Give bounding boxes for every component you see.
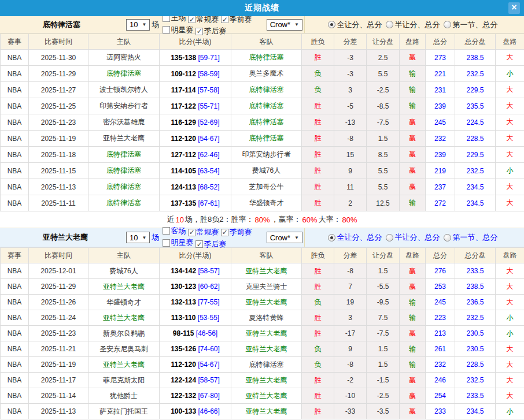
checkbox-icon[interactable]: ✓ [188, 16, 195, 23]
filter-checkbox-item[interactable]: ✓季后赛 [193, 26, 226, 36]
filter-checkbox-item[interactable]: 明星赛 [160, 237, 193, 248]
checkbox-icon[interactable]: ✓ [221, 229, 228, 236]
cell-league: NBA [1, 163, 29, 179]
cell-handicap-result: 赢 [400, 404, 426, 419]
radio-icon[interactable] [328, 234, 335, 241]
cell-total-points: 272 [426, 195, 455, 211]
cell-handicap-result: 输 [400, 98, 426, 114]
table-row: NBA2025-11-14犹他爵士122-132 [67-80]亚特兰大老鹰胜-… [1, 388, 524, 404]
cell-handicap-line: -2.5 [367, 82, 400, 98]
table-row: NBA2025-11-15底特律活塞114-105 [63-54]费城76人胜9… [1, 163, 524, 179]
cell-total-points: 232 [426, 357, 455, 373]
bookmaker-select[interactable]: Crow*▼ [267, 232, 302, 243]
table-row: NBA2025-11-25印第安纳步行者117-122 [55-71]底特律活塞… [1, 98, 524, 114]
cell-result: 胜 [302, 326, 334, 341]
checkbox-icon[interactable] [163, 26, 170, 34]
checkbox-label: 明星赛 [171, 237, 193, 248]
cell-score: 122-132 [67-80] [160, 388, 231, 404]
cell-handicap-result: 赢 [400, 279, 426, 295]
cell-score: 112-120 [54-67] [160, 131, 231, 147]
games-count-select[interactable]: 10▼ [126, 19, 150, 31]
cell-date: 2025-11-11 [29, 195, 88, 211]
cell-home-team: 菲尼克斯太阳 [88, 373, 160, 388]
cell-home-team: 波士顿凯尔特人 [88, 82, 160, 98]
radio-icon[interactable] [444, 21, 451, 28]
bookmaker-select[interactable]: Crow*▼ [267, 19, 302, 31]
cell-score: 112-120 [54-67] [160, 357, 231, 373]
filter-checkbox-item[interactable]: ✓季后赛 [193, 239, 226, 250]
cell-score: 124-113 [68-52] [160, 179, 231, 195]
filter-checkbox-item[interactable]: 明星赛 [160, 25, 193, 35]
cell-league: NBA [1, 373, 29, 388]
cell-total-line: 233.5 [455, 263, 496, 279]
summary-text: 大率： [318, 214, 341, 225]
filter-left: 亚特兰大老鹰 10▼ 场 客场✓常规赛✓季前赛明星赛✓季后赛 Crow*▼ [0, 228, 305, 247]
results-table: 赛事比赛时间主队比分(半场)客队胜负分差让分盘盘路总分总分盘盘路 NBA2025… [0, 247, 524, 419]
cell-result: 负 [302, 295, 334, 310]
checkbox-icon[interactable] [163, 239, 170, 247]
checkbox-icon[interactable]: ✓ [195, 28, 203, 35]
radio-option[interactable]: 半让分、总分 [386, 20, 440, 30]
score-half: [77-55] [196, 298, 220, 306]
radio-icon[interactable] [444, 234, 451, 241]
cell-handicap-result: 赢 [400, 326, 426, 341]
radio-option[interactable]: 全让分、总分 [328, 20, 382, 30]
cell-over-under: 大 [496, 357, 524, 373]
cell-score: 127-112 [62-46] [160, 147, 231, 163]
chevron-down-icon: ▼ [294, 22, 299, 27]
checkbox-label: 季后赛 [204, 26, 226, 36]
cell-league: NBA [1, 114, 29, 131]
radio-option[interactable]: 全让分、总分 [328, 232, 382, 243]
radio-option[interactable]: 半让分、总分 [386, 232, 440, 243]
cell-point-diff: 9 [334, 163, 367, 179]
summary-text: 10 [175, 215, 183, 224]
cell-total-line: 238.5 [455, 279, 496, 295]
cell-over-under: 小 [496, 66, 524, 82]
cell-date: 2025-11-23 [29, 326, 88, 341]
cell-league: NBA [1, 131, 29, 147]
column-header: 比分(半场) [160, 248, 231, 263]
score-half: [58-57] [196, 267, 220, 275]
filter-checkbox-item[interactable]: ✓常规赛 [186, 227, 219, 237]
score-full: 130-123 [171, 283, 196, 291]
filter-checkbox-item[interactable]: 客场 [160, 226, 186, 236]
checkbox-icon[interactable]: ✓ [221, 16, 228, 23]
cell-point-diff: 3 [334, 310, 367, 326]
cell-date: 2025-11-25 [29, 98, 88, 114]
cell-date: 2025-11-29 [29, 66, 88, 82]
checkbox-label: 常规赛 [196, 227, 219, 237]
cell-over-under: 大 [496, 179, 524, 195]
radio-icon[interactable] [386, 234, 393, 241]
column-header: 主队 [88, 248, 160, 263]
table-row: NBA2025-11-30迈阿密热火135-138 [59-71]底特律活塞胜-… [1, 50, 524, 66]
column-header: 比赛时间 [29, 34, 88, 50]
column-header: 盘路 [400, 248, 426, 263]
cell-point-diff: -33 [334, 404, 367, 419]
cell-league: NBA [1, 179, 29, 195]
cell-handicap-result: 输 [400, 295, 426, 310]
column-header: 分差 [334, 248, 367, 263]
close-icon[interactable]: × [508, 2, 520, 14]
radio-option[interactable]: 第一节、总分 [444, 232, 498, 243]
checkbox-icon[interactable] [163, 227, 170, 235]
cell-date: 2025-11-24 [29, 310, 88, 326]
score-half: [74-60] [196, 345, 220, 353]
games-count-select[interactable]: 10▼ [126, 232, 150, 243]
cell-handicap-line: -2.5 [367, 388, 400, 404]
radio-icon[interactable] [386, 21, 393, 28]
cell-away-team: 亚特兰大老鹰 [231, 263, 302, 279]
radio-icon[interactable] [328, 21, 335, 28]
radio-option[interactable]: 第一节、总分 [444, 20, 498, 30]
radio-group: 全让分、总分半让分、总分第一节、总分 [305, 228, 524, 247]
section-pistons: 底特律活塞 10▼ 场 主场✓常规赛✓季前赛明星赛✓季后赛 Crow*▼ 全让分… [0, 16, 524, 228]
filter-checkbox-item[interactable]: ✓季前赛 [219, 227, 252, 237]
cell-total-points: 219 [426, 163, 455, 179]
score-full: 114-105 [171, 167, 195, 175]
column-header: 盘路 [496, 248, 524, 263]
filter-bar: 亚特兰大老鹰 10▼ 场 客场✓常规赛✓季前赛明星赛✓季后赛 Crow*▼ 全让… [0, 228, 524, 247]
cell-point-diff: 9 [334, 341, 367, 357]
checkbox-icon[interactable]: ✓ [195, 240, 203, 248]
cell-result: 负 [302, 82, 334, 98]
cell-date: 2025-11-30 [29, 50, 88, 66]
checkbox-icon[interactable]: ✓ [188, 229, 195, 236]
